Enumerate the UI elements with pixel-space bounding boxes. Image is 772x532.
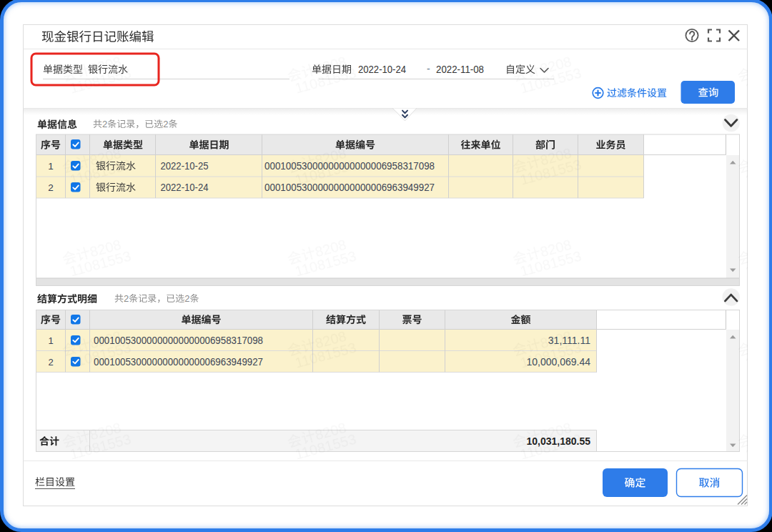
svg-text:11081553: 11081553	[743, 157, 772, 188]
svg-text:2: 2	[102, 119, 107, 129]
svg-text:8208: 8208	[763, 54, 772, 77]
svg-text:2022-10-24: 2022-10-24	[161, 182, 209, 193]
svg-text:2: 2	[48, 357, 53, 368]
svg-text:8208: 8208	[763, 145, 772, 169]
svg-text:11081553: 11081553	[743, 340, 772, 371]
svg-text:11081553: 11081553	[743, 65, 772, 97]
svg-text:1: 1	[48, 161, 54, 172]
svg-text:2: 2	[124, 293, 129, 304]
svg-text:000100530000000000000069639499: 00010053000000000000006963949927	[264, 182, 435, 193]
svg-text:8208: 8208	[763, 237, 772, 260]
svg-text:8208: 8208	[763, 328, 772, 352]
svg-text:1: 1	[48, 335, 53, 346]
svg-text:2022-10-25: 2022-10-25	[161, 160, 209, 172]
svg-text:2: 2	[163, 119, 168, 129]
svg-text:2: 2	[184, 293, 189, 304]
svg-text:2: 2	[48, 182, 54, 193]
svg-text:-: -	[427, 63, 430, 74]
svg-text:11081553: 11081553	[743, 248, 772, 280]
svg-text:11081553: 11081553	[743, 431, 772, 463]
svg-text:8208: 8208	[763, 420, 772, 443]
svg-text:2022-10-24: 2022-10-24	[358, 64, 406, 75]
svg-text:2022-11-08: 2022-11-08	[436, 64, 484, 75]
